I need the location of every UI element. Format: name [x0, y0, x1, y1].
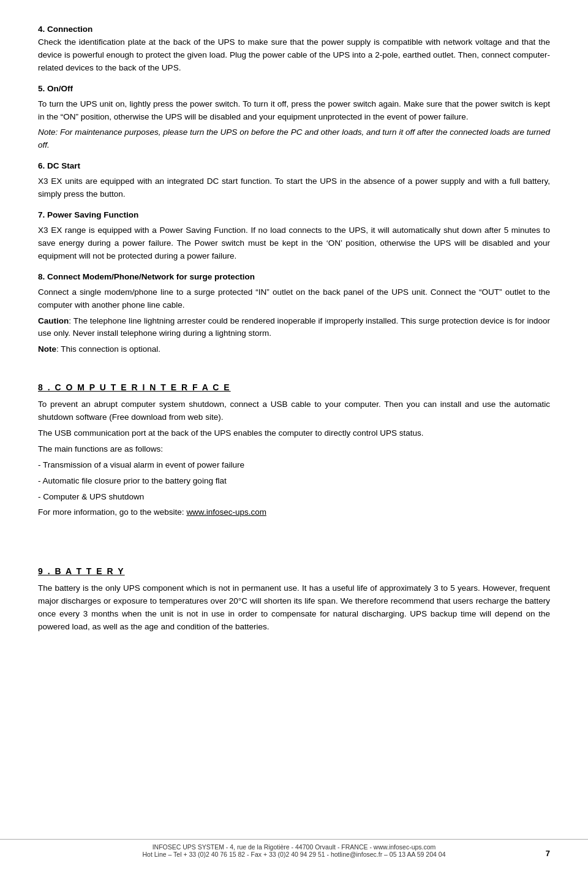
footer: INFOSEC UPS SYSTEM - 4, rue de la Rigoti…	[0, 839, 588, 858]
section-modem: 8. Connect Modem/Phone/Network for surge…	[38, 271, 550, 357]
footer-line2: Hot Line – Tel + 33 (0)2 40 76 15 82 - F…	[6, 851, 582, 858]
section-4-body: Check the identification plate at the ba…	[38, 37, 550, 72]
section-5-note: Note: For maintenance purposes, please t…	[38, 126, 550, 152]
section-8-p1: Connect a single modem/phone line to a s…	[38, 286, 550, 312]
section-8-note-body: : This connection is optional.	[56, 344, 160, 354]
section-connection-title: 4. Connection Check the identification p…	[38, 23, 550, 75]
section-battery: 9 . B A T T E R Y The battery is the onl…	[38, 565, 550, 633]
page-number: 7	[546, 849, 550, 858]
section-8-caution-body: : The telephone line lightning arrester …	[38, 316, 550, 338]
section-powersaving: 7. Power Saving Function X3 EX range is …	[38, 209, 550, 263]
computer-interface-heading: 8 . C O M P U T E R I N T E R F A C E	[38, 381, 550, 395]
section-6-body: X3 EX units are equipped with an integra…	[38, 175, 550, 201]
section-8-caution: Caution: The telephone line lightning ar…	[38, 315, 550, 341]
section-5-body: To turn the UPS unit on, lightly press t…	[38, 98, 550, 124]
ci-p1: To prevent an abrupt computer system shu…	[38, 398, 550, 424]
section-8-title: 8. Connect Modem/Phone/Network for surge…	[38, 271, 550, 284]
ci-p2: The USB communication port at the back o…	[38, 427, 550, 440]
ci-p5: - Automatic file closure prior to the ba…	[38, 475, 550, 488]
ci-p4: - Transmission of a visual alarm in even…	[38, 459, 550, 472]
section-8-caution-label: Caution	[38, 316, 69, 325]
section-6-title: 6. DC Start	[38, 160, 550, 173]
section-7-body: X3 EX range is equipped with a Power Sav…	[38, 224, 550, 263]
page: 4. Connection Check the identification p…	[0, 0, 588, 869]
ci-p3: The main functions are as follows:	[38, 443, 550, 456]
section-4-heading: 4. Connection	[38, 25, 92, 34]
section-onoff: 5. On/Off To turn the UPS unit on, light…	[38, 83, 550, 153]
section-8-note-label: Note	[38, 344, 56, 354]
section-7-title: 7. Power Saving Function	[38, 209, 550, 222]
section-5-title: 5. On/Off	[38, 83, 550, 96]
ci-p7: For more information, go to the website:…	[38, 506, 550, 519]
ci-p6: - Computer & UPS shutdown	[38, 491, 550, 504]
battery-p1: The battery is the only UPS component wh…	[38, 582, 550, 634]
battery-heading: 9 . B A T T E R Y	[38, 565, 550, 579]
footer-line1: INFOSEC UPS SYSTEM - 4, rue de la Rigoti…	[6, 843, 582, 851]
section-computer-interface: 8 . C O M P U T E R I N T E R F A C E To…	[38, 381, 550, 519]
section-8-note: Note: This connection is optional.	[38, 343, 550, 356]
infosec-link[interactable]: www.infosec-ups.com	[186, 507, 266, 517]
section-connection: 4. Connection Check the identification p…	[38, 23, 550, 75]
section-dcstart: 6. DC Start X3 EX units are equipped wit…	[38, 160, 550, 201]
